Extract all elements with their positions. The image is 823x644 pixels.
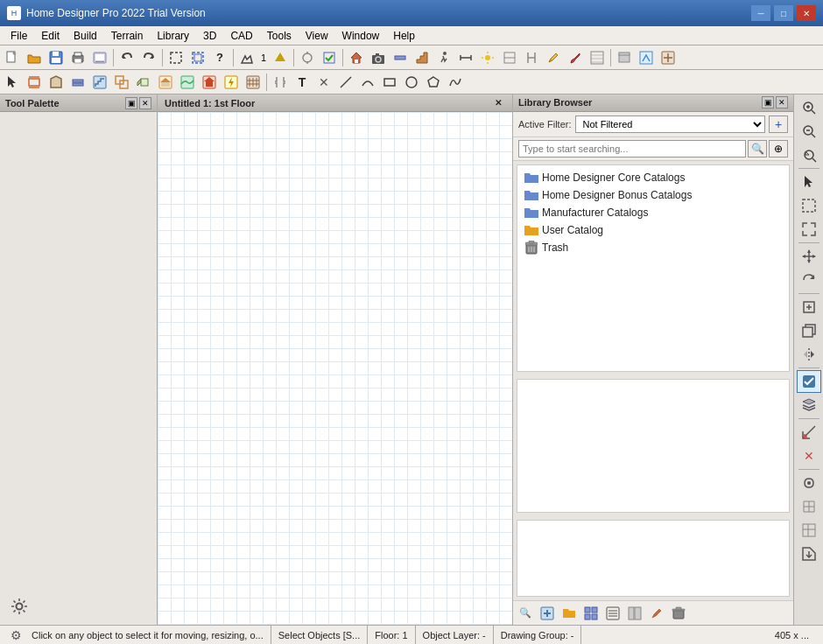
rt-zoom-in[interactable] bbox=[797, 96, 821, 119]
rt-zoom-out[interactable] bbox=[797, 120, 821, 143]
tb-lib3[interactable] bbox=[658, 47, 679, 68]
rt-pan[interactable] bbox=[797, 245, 821, 268]
menu-window[interactable]: Window bbox=[335, 28, 387, 44]
lib-tb-list[interactable] bbox=[602, 603, 623, 624]
tb-check[interactable] bbox=[319, 47, 340, 68]
tb-new[interactable] bbox=[2, 47, 23, 68]
rt-rotate[interactable] bbox=[797, 269, 821, 291]
menu-view[interactable]: View bbox=[299, 28, 335, 44]
lib-tb-details[interactable] bbox=[624, 603, 645, 624]
rt-mirror[interactable] bbox=[797, 343, 821, 366]
rt-connect[interactable] bbox=[797, 472, 821, 494]
tool-palette-close[interactable]: ✕ bbox=[139, 97, 151, 109]
tb-up[interactable] bbox=[270, 47, 291, 68]
tb2-stairs2[interactable] bbox=[89, 72, 110, 93]
tb-texture[interactable] bbox=[587, 47, 608, 68]
canvas-content[interactable] bbox=[158, 112, 512, 625]
maximize-button[interactable]: □ bbox=[774, 5, 793, 21]
tb-detail2[interactable] bbox=[521, 47, 542, 68]
settings-gear[interactable] bbox=[11, 598, 28, 618]
tb-wall[interactable] bbox=[390, 47, 411, 68]
tb2-arc[interactable] bbox=[357, 72, 378, 93]
rt-select-obj[interactable] bbox=[797, 171, 821, 193]
tb-save[interactable] bbox=[46, 47, 67, 68]
tb2-floorplan[interactable] bbox=[111, 72, 132, 93]
menu-3d[interactable]: 3D bbox=[196, 28, 223, 44]
library-search-btn[interactable]: 🔍 bbox=[748, 140, 767, 158]
menu-build[interactable]: Build bbox=[67, 28, 104, 44]
tb2-house2[interactable] bbox=[199, 72, 220, 93]
tree-item-user-catalog[interactable]: User Catalog bbox=[521, 221, 785, 239]
tb2-text[interactable]: T bbox=[292, 72, 313, 93]
rt-grid-snap[interactable] bbox=[797, 495, 821, 518]
tb-stairs[interactable] bbox=[412, 47, 433, 68]
tb2-roof[interactable] bbox=[155, 72, 176, 93]
tool-palette-float[interactable]: ▣ bbox=[125, 97, 137, 109]
menu-help[interactable]: Help bbox=[386, 28, 422, 44]
lib-tb-grid[interactable] bbox=[580, 603, 601, 624]
tb-walk[interactable] bbox=[433, 47, 454, 68]
rt-expand[interactable] bbox=[797, 218, 821, 241]
menu-terrain[interactable]: Terrain bbox=[104, 28, 151, 44]
settings-button[interactable]: ⚙ bbox=[7, 626, 25, 644]
tb-select[interactable] bbox=[165, 47, 186, 68]
tb-detail1[interactable] bbox=[499, 47, 520, 68]
tb2-cursor[interactable] bbox=[2, 72, 23, 93]
tb2-terrain[interactable] bbox=[177, 72, 198, 93]
library-float-btn[interactable]: ▣ bbox=[762, 96, 774, 108]
tree-item-trash[interactable]: Trash bbox=[521, 239, 785, 256]
tb-house[interactable] bbox=[346, 47, 367, 68]
tb-paint[interactable] bbox=[565, 47, 586, 68]
lib-tb-catalog[interactable] bbox=[559, 603, 580, 624]
tree-item-bonus-catalogs[interactable]: Home Designer Bonus Catalogs bbox=[521, 186, 785, 204]
tb2-3dwall[interactable] bbox=[133, 72, 154, 93]
tb-preview[interactable] bbox=[89, 47, 110, 68]
rt-delete[interactable]: ✕ bbox=[797, 444, 821, 467]
tb-print[interactable] bbox=[67, 47, 88, 68]
tb-lib2[interactable] bbox=[636, 47, 657, 68]
menu-tools[interactable]: Tools bbox=[260, 28, 299, 44]
menu-cad[interactable]: CAD bbox=[223, 28, 259, 44]
rt-copy[interactable] bbox=[797, 319, 821, 342]
rt-active[interactable] bbox=[797, 370, 821, 393]
tb2-wall2[interactable] bbox=[67, 72, 88, 93]
menu-library[interactable]: Library bbox=[150, 28, 196, 44]
tb2-circle[interactable] bbox=[401, 72, 422, 93]
tb-undo[interactable] bbox=[116, 47, 137, 68]
rt-layer[interactable] bbox=[797, 394, 821, 416]
tb2-cross[interactable]: ✕ bbox=[313, 72, 334, 93]
tb2-room[interactable] bbox=[46, 72, 67, 93]
tb2-snap2[interactable] bbox=[270, 72, 291, 93]
rt-move[interactable] bbox=[797, 296, 821, 318]
tb-lib1[interactable] bbox=[614, 47, 635, 68]
lib-tb-add[interactable] bbox=[537, 603, 558, 624]
tb-open[interactable] bbox=[24, 47, 45, 68]
rt-zoom-fit[interactable] bbox=[797, 144, 821, 166]
tb2-dimensions[interactable] bbox=[24, 72, 45, 93]
filter-select[interactable]: Not Filtered bbox=[575, 116, 765, 133]
tb-floor[interactable] bbox=[187, 47, 208, 68]
tb-sun[interactable] bbox=[477, 47, 498, 68]
minimize-button[interactable]: ─ bbox=[751, 5, 770, 21]
menu-edit[interactable]: Edit bbox=[34, 28, 67, 44]
lib-tb-delete[interactable] bbox=[668, 603, 689, 624]
tb-pencil[interactable] bbox=[543, 47, 564, 68]
filter-add-btn[interactable]: + bbox=[769, 116, 788, 133]
tb2-polygon[interactable] bbox=[423, 72, 444, 93]
tb2-rect[interactable] bbox=[379, 72, 400, 93]
tb2-line[interactable] bbox=[335, 72, 356, 93]
tb2-spline[interactable] bbox=[445, 72, 466, 93]
rt-select-area[interactable] bbox=[797, 194, 821, 217]
tree-item-manufacturer-catalogs[interactable]: Manufacturer Catalogs bbox=[521, 204, 785, 221]
rt-import[interactable] bbox=[797, 542, 821, 565]
library-search-input[interactable] bbox=[518, 140, 746, 158]
lib-tb-edit[interactable] bbox=[646, 603, 667, 624]
tb-arrow[interactable] bbox=[236, 47, 257, 68]
tb2-fence[interactable] bbox=[243, 72, 264, 93]
canvas-close[interactable]: ✕ bbox=[491, 98, 505, 108]
library-close-btn[interactable]: ✕ bbox=[776, 96, 788, 108]
rt-grid2[interactable] bbox=[797, 519, 821, 542]
tb-redo[interactable] bbox=[138, 47, 159, 68]
close-button[interactable]: ✕ bbox=[797, 5, 816, 21]
tb-help[interactable]: ? bbox=[209, 47, 230, 68]
